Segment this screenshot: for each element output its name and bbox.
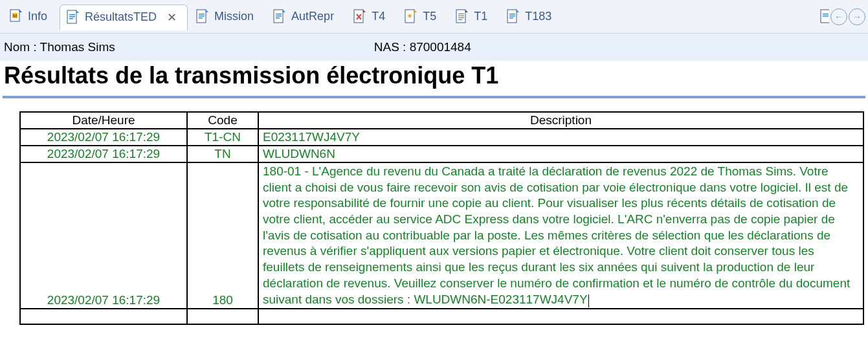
tab-label: Mission bbox=[214, 10, 254, 23]
cell-datetime: 2023/02/07 16:17:29 bbox=[20, 162, 187, 309]
svg-rect-5 bbox=[69, 16, 75, 17]
tab-label: AutRepr bbox=[291, 10, 334, 23]
cell-code: T1-CN bbox=[187, 129, 258, 146]
svg-rect-19 bbox=[458, 14, 464, 14]
tab-t4[interactable]: T4 bbox=[346, 4, 396, 30]
document-icon bbox=[67, 10, 80, 25]
page-title: Résultats de la transmission électroniqu… bbox=[0, 61, 868, 96]
tab-autrepr[interactable]: AutRepr bbox=[266, 4, 345, 30]
tab-resultats-ted[interactable]: RésultatsTED ✕ bbox=[60, 5, 188, 30]
col-code: Code bbox=[187, 112, 258, 129]
tab-label: Info bbox=[28, 10, 47, 23]
cell-code: TN bbox=[187, 146, 258, 162]
cell-datetime: 2023/02/07 16:17:29 bbox=[20, 146, 187, 162]
table-row: 2023/02/07 16:17:29 TN WLUDWN6N bbox=[20, 146, 863, 162]
svg-rect-8 bbox=[199, 14, 205, 15]
cell-description: WLUDWN6N bbox=[258, 146, 863, 162]
cell-datetime: 2023/02/07 16:17:29 bbox=[20, 129, 187, 146]
svg-text:M: M bbox=[13, 13, 17, 19]
tab-label: RésultatsTED bbox=[85, 10, 157, 24]
svg-rect-24 bbox=[509, 14, 515, 15]
sin-label: NAS : bbox=[374, 40, 410, 54]
tab-bar: M Info RésultatsTED ✕ Mission AutRepr T4… bbox=[0, 0, 868, 34]
svg-rect-28 bbox=[823, 14, 829, 15]
tab-t5[interactable]: ✶ T5 bbox=[397, 4, 447, 30]
tab-close-button[interactable]: ✕ bbox=[167, 12, 177, 23]
svg-rect-26 bbox=[509, 17, 513, 19]
col-description: Description bbox=[258, 112, 863, 129]
document-lines-icon bbox=[456, 9, 469, 25]
tab-label: T183 bbox=[525, 10, 551, 23]
tab-info[interactable]: M Info bbox=[3, 4, 58, 30]
svg-rect-21 bbox=[458, 17, 464, 18]
cell-description: E023117WJ4V7Y bbox=[258, 129, 863, 146]
tab-t1[interactable]: T1 bbox=[449, 4, 498, 30]
title-divider bbox=[3, 96, 865, 98]
svg-rect-25 bbox=[509, 16, 515, 17]
name-label: Nom : bbox=[4, 40, 40, 54]
svg-rect-13 bbox=[276, 16, 282, 17]
tab-t183[interactable]: T183 bbox=[500, 4, 562, 30]
svg-rect-12 bbox=[276, 14, 282, 15]
svg-rect-9 bbox=[199, 16, 205, 17]
nav-forward-button[interactable]: → bbox=[849, 8, 865, 25]
document-x-icon bbox=[353, 9, 366, 25]
svg-rect-29 bbox=[823, 16, 829, 17]
table-row: 2023/02/07 16:17:29 180 180-01 - L'Agenc… bbox=[20, 162, 863, 309]
tab-mission[interactable]: Mission bbox=[189, 4, 265, 30]
tab-label: T1 bbox=[474, 10, 487, 23]
svg-text:✶: ✶ bbox=[406, 12, 413, 21]
text-cursor bbox=[588, 294, 589, 307]
svg-rect-22 bbox=[458, 19, 462, 20]
name-value: Thomas Sims bbox=[40, 40, 115, 54]
results-table: Date/Heure Code Description 2023/02/07 1… bbox=[19, 111, 864, 325]
svg-rect-6 bbox=[69, 18, 73, 19]
svg-rect-20 bbox=[458, 16, 464, 16]
table-row-empty bbox=[20, 309, 863, 324]
sin-value: 870001484 bbox=[410, 40, 471, 54]
client-meta-row: Nom : Thomas Sims NAS : 870001484 bbox=[0, 36, 868, 61]
document-star-icon: ✶ bbox=[405, 9, 417, 25]
document-partial-icon[interactable] bbox=[820, 9, 829, 25]
document-icon bbox=[196, 9, 209, 25]
document-icon bbox=[507, 9, 520, 25]
nav-back-button[interactable]: ← bbox=[830, 8, 847, 25]
cell-code: 180 bbox=[187, 162, 258, 309]
svg-rect-14 bbox=[276, 17, 280, 19]
table-row: 2023/02/07 16:17:29 T1-CN E023117WJ4V7Y bbox=[20, 129, 863, 146]
info-icon: M bbox=[10, 9, 23, 25]
svg-rect-4 bbox=[69, 14, 75, 16]
cell-description: 180-01 - L'Agence du revenu du Canada a … bbox=[258, 162, 863, 309]
tab-label: T4 bbox=[372, 10, 385, 23]
col-datetime: Date/Heure bbox=[20, 112, 187, 129]
document-icon bbox=[273, 9, 286, 25]
tab-label: T5 bbox=[423, 10, 436, 23]
svg-rect-10 bbox=[199, 17, 203, 19]
